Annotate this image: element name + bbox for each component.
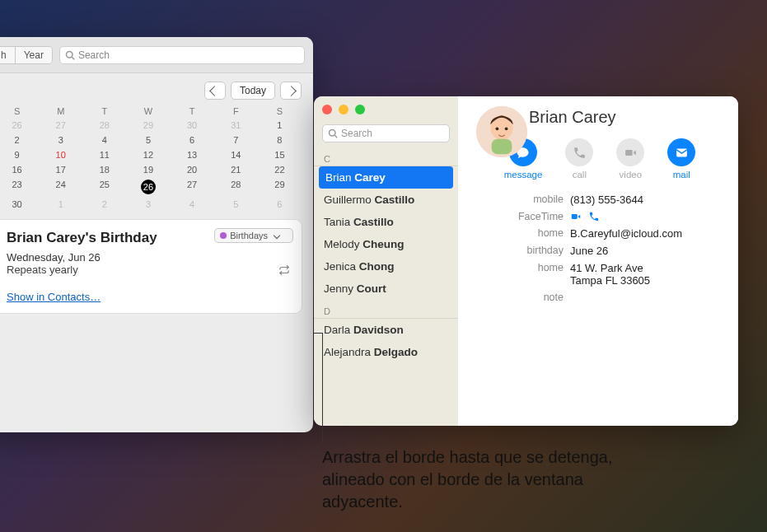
mini-cal-day[interactable]: 26 [126,177,170,197]
svg-point-0 [66,51,72,58]
callout-text: Arrastra el borde hasta que se detenga, … [322,446,635,513]
contact-list-item[interactable]: Guillermo Castillo [314,189,458,211]
contact-list-item[interactable]: Tania Castillo [314,211,458,233]
svg-point-7 [505,127,508,130]
mini-cal-day[interactable]: 29 [258,177,302,197]
callout-tick [314,333,322,334]
mini-cal-day[interactable]: 15 [258,147,302,162]
field-value-home-email[interactable]: B.Careyful@icloud.com [570,227,682,240]
mini-cal-day[interactable]: 27 [171,177,214,197]
event-calendar-select[interactable]: Birthdays [214,228,293,243]
contacts-search-placeholder: Search [341,128,372,139]
mini-cal-day[interactable]: 6 [258,197,302,212]
mini-cal-day[interactable]: 14 [214,147,258,162]
mini-cal-day[interactable]: 5 [214,197,258,212]
mini-cal-day[interactable]: 1 [39,197,82,212]
mini-cal-day[interactable]: 24 [39,177,82,197]
mini-cal-day[interactable]: 5 [126,133,170,147]
mini-cal-day[interactable]: 27 [39,118,82,133]
field-value-home-addr[interactable]: 41 W. Park AveTampa FL 33605 [570,262,650,287]
mini-cal-day[interactable]: 4 [82,133,126,147]
contacts-window: Search CBrian CareyGuillermo CastilloTan… [314,96,738,426]
calendar-search-placeholder: Search [78,49,110,61]
show-in-contacts-link[interactable]: Show in Contacts… [7,291,101,303]
contact-list-item[interactable]: Melody Cheung [314,233,458,255]
calendar-view-tabs[interactable]: h Year [0,46,53,64]
mini-cal-day[interactable]: 2 [0,133,39,147]
calendar-window: h Year Search Today SMTWTFS 262728293031… [0,37,313,432]
avatar[interactable] [476,106,527,157]
mini-cal-day[interactable]: 22 [258,162,302,177]
event-detail: Brian Carey's Birthday Birthdays Wednesd… [0,220,302,313]
prev-month-button[interactable] [204,82,226,100]
mini-cal-day[interactable]: 11 [82,147,126,162]
video-button[interactable]: video [616,138,644,180]
mini-cal-day[interactable]: 4 [171,197,214,212]
calendar-search-input[interactable]: Search [59,46,305,64]
contact-list-item[interactable]: Jenica Chong [314,255,458,278]
mini-cal-day[interactable]: 17 [39,162,82,177]
field-label-home-addr: home [473,262,564,273]
zoom-button[interactable] [355,105,365,114]
mail-button[interactable]: mail [667,138,695,180]
mini-cal-day[interactable]: 21 [214,162,258,177]
memoji-icon [476,106,527,157]
mini-cal-day[interactable]: 18 [82,162,126,177]
mini-cal-day[interactable]: 19 [126,162,170,177]
window-traffic-lights[interactable] [322,105,365,114]
next-month-button[interactable] [280,82,302,100]
contact-list-item[interactable]: Jenny Court [314,278,458,300]
minimize-button[interactable] [339,105,348,114]
mini-cal-day-header: S [258,105,302,118]
call-button[interactable]: call [565,138,593,180]
mini-cal-day[interactable]: 28 [214,177,258,197]
calendar-color-dot [220,232,227,239]
svg-point-2 [330,130,336,137]
mini-cal-day[interactable]: 30 [0,197,39,212]
mini-cal-day[interactable]: 23 [0,177,39,197]
contact-name: Brian Carey [529,108,616,127]
field-value-birthday: June 26 [570,245,608,257]
close-button[interactable] [322,105,332,114]
contacts-search-input[interactable]: Search [322,124,450,142]
contact-list-item[interactable]: Brian Carey [319,166,453,189]
svg-line-1 [72,57,74,59]
calendar-tab-month[interactable]: h [0,47,15,63]
mini-cal-day[interactable]: 26 [0,118,39,133]
mini-cal-day[interactable]: 9 [0,147,39,162]
field-label-mobile: mobile [473,194,564,205]
mini-cal-day[interactable]: 30 [171,118,214,133]
calendar-toolbar: h Year Search [0,37,313,73]
event-repeat: Repeats yearly [7,264,78,276]
field-value-facetime[interactable] [570,211,600,222]
contact-list-item[interactable]: Alejandra Delgado [314,341,458,363]
mini-cal-day[interactable]: 13 [171,147,214,162]
mini-cal-day[interactable]: 2 [82,197,126,212]
mini-cal-day[interactable]: 31 [214,118,258,133]
contact-card: Brian Carey message call video mail mobi… [458,96,738,426]
calendar-tab-year[interactable]: Year [15,47,52,63]
mini-cal-day[interactable]: 6 [171,133,214,147]
mini-cal-day[interactable]: 16 [0,162,39,177]
mini-cal-day-header: W [126,105,170,118]
mini-cal-day[interactable]: 3 [126,197,170,212]
contact-list-item[interactable]: Darla Davidson [314,319,458,341]
mini-cal-day[interactable]: 10 [39,147,82,162]
mini-calendar[interactable]: SMTWTFS 26272829303112345678910111213141… [0,105,302,212]
mini-cal-day[interactable]: 1 [258,118,302,133]
today-button[interactable]: Today [231,82,275,100]
svg-rect-8 [492,139,512,155]
mini-cal-day[interactable]: 7 [214,133,258,147]
video-label: video [620,170,643,180]
field-label-facetime: FaceTime [473,211,564,222]
field-value-mobile[interactable]: (813) 555-3644 [570,194,643,206]
mini-cal-day[interactable]: 28 [82,118,126,133]
mini-cal-day[interactable]: 3 [39,133,82,147]
mini-cal-day[interactable]: 12 [126,147,170,162]
mini-cal-day[interactable]: 29 [126,118,170,133]
phone-icon [588,211,600,222]
mini-cal-day[interactable]: 8 [258,133,302,147]
mini-cal-day[interactable]: 20 [171,162,214,177]
chevron-down-icon [274,232,280,239]
mini-cal-day[interactable]: 25 [82,177,126,197]
